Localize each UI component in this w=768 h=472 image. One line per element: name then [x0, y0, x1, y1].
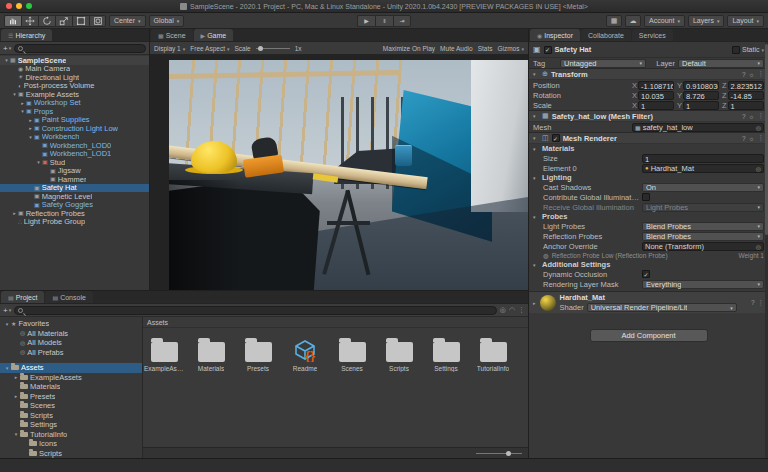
active-checkbox[interactable]: ✓: [544, 46, 552, 54]
rect-tool-button[interactable]: [72, 15, 89, 27]
dynamic-occlusion-checkbox[interactable]: ✓: [642, 270, 650, 278]
rotate-tool-button[interactable]: [38, 15, 55, 27]
layer-dropdown[interactable]: Default: [678, 59, 764, 68]
project-tree-item-icons[interactable]: Icons: [0, 439, 142, 449]
probes-foldout[interactable]: ▾ Probes: [529, 212, 768, 221]
hierarchy-item-workbench[interactable]: ▾▣Workbench: [0, 133, 149, 142]
layers-dropdown[interactable]: Layers: [688, 15, 725, 27]
project-tree-item-materials[interactable]: Materials: [0, 382, 142, 392]
tab-collaborate[interactable]: Collaborate: [581, 29, 631, 41]
scale-z-field[interactable]: 1: [728, 101, 764, 110]
light-probes-dropdown[interactable]: Blend Probes: [642, 222, 764, 231]
hierarchy-item-workshop-set[interactable]: ▸▣Workshop Set: [0, 99, 149, 108]
hierarchy-item-safety-goggles[interactable]: ▣Safety Goggles: [0, 201, 149, 210]
hierarchy-item-workbench-lod1[interactable]: ▣Workbench_LOD1: [0, 150, 149, 159]
hierarchy-item-props[interactable]: ▾▣Props: [0, 107, 149, 116]
hand-tool-button[interactable]: [4, 15, 21, 27]
lighting-foldout[interactable]: ▾ Lighting: [529, 173, 768, 182]
help-icon[interactable]: ?: [751, 299, 755, 306]
foldout-arrow[interactable]: ▾: [533, 71, 539, 77]
account-dropdown[interactable]: Account: [644, 15, 685, 27]
materials-size-field[interactable]: 1: [642, 154, 764, 163]
renderer-enabled-checkbox[interactable]: ✓: [552, 134, 560, 142]
asset-settings[interactable]: Settings: [429, 334, 463, 372]
asset-exampleassets[interactable]: ExampleAssets: [147, 334, 181, 372]
foldout-arrow[interactable]: ▾: [3, 365, 11, 371]
material-object-field[interactable]: ● Hardhat_Mat ◎: [642, 164, 764, 173]
icon-size-knob[interactable]: [506, 451, 511, 456]
cloud-collab-button[interactable]: ☁: [625, 15, 641, 27]
hierarchy-item-post-process-volume[interactable]: ◐Post-process Volume: [0, 82, 149, 91]
preset-icon[interactable]: ☼: [749, 113, 755, 120]
help-icon[interactable]: ?: [742, 113, 746, 120]
transform-tool-button[interactable]: [89, 15, 106, 27]
hierarchy-item-safety-hat[interactable]: ▣Safety Hat: [0, 184, 149, 193]
scale-x-field[interactable]: 1: [638, 101, 674, 110]
object-picker-icon[interactable]: ◎: [756, 124, 761, 131]
hierarchy-item-reflection-probes[interactable]: ▸▣Reflection Probes: [0, 209, 149, 218]
hierarchy-item-jigsaw[interactable]: ▣Jigsaw: [0, 167, 149, 176]
pause-button[interactable]: ‖: [375, 15, 393, 27]
menu-icon[interactable]: ⋮: [518, 306, 525, 314]
foldout-arrow[interactable]: ▾: [533, 113, 539, 119]
object-picker-icon[interactable]: ◎: [756, 243, 761, 250]
add-component-button[interactable]: Add Component: [590, 329, 708, 342]
tab-inspector[interactable]: ◉ Inspector: [530, 29, 580, 41]
rotation-x-field[interactable]: 10.035: [638, 91, 674, 100]
scale-slider[interactable]: [256, 48, 290, 49]
foldout-arrow[interactable]: ▾: [27, 134, 34, 140]
project-tree-item-settings[interactable]: Settings: [0, 420, 142, 430]
rendering-layer-dropdown[interactable]: Everything: [642, 280, 764, 289]
tab-game[interactable]: ▶ Game: [194, 29, 234, 41]
tab-hierarchy[interactable]: ☰ Hierarchy: [1, 29, 52, 41]
tab-console[interactable]: ▤ Console: [45, 291, 92, 303]
reflection-probes-dropdown[interactable]: Blend Probes: [642, 232, 764, 241]
asset-scripts[interactable]: Scripts: [382, 334, 416, 372]
hierarchy-item-construction-light-low[interactable]: ▸▣Construction Light Low: [0, 124, 149, 133]
project-tree-item-all-prefabs[interactable]: ◎All Prefabs: [0, 348, 142, 358]
hierarchy-item-stud[interactable]: ▾▣Stud: [0, 158, 149, 167]
asset-presets[interactable]: Presets: [241, 334, 275, 372]
asset-materials[interactable]: Materials: [194, 334, 228, 372]
foldout-arrow[interactable]: ▸: [27, 125, 34, 131]
grid-visibility-button[interactable]: ▦: [606, 15, 622, 27]
material-header[interactable]: ▸ Hardhat_Mat Shader Universal Render Pi…: [529, 291, 768, 313]
visibility-icon[interactable]: ◎: [500, 306, 506, 314]
project-tree-item-all-models[interactable]: ◎All Models: [0, 338, 142, 348]
hierarchy-item-hammer[interactable]: ▣Hammer: [0, 175, 149, 184]
contribute-gi-checkbox[interactable]: [642, 193, 650, 201]
foldout-arrow[interactable]: ▾: [11, 91, 18, 97]
cast-shadows-dropdown[interactable]: On: [642, 183, 764, 192]
tab-project[interactable]: ▤ Project: [1, 291, 44, 303]
materials-foldout[interactable]: ▾ Materials: [529, 144, 768, 153]
rotation-y-field[interactable]: 8.726: [683, 91, 719, 100]
menu-icon[interactable]: ⋮: [758, 70, 765, 78]
menu-icon[interactable]: ⋮: [758, 112, 765, 120]
shader-dropdown[interactable]: Universal Render Pipeline/Lit: [587, 303, 737, 312]
static-checkbox[interactable]: [732, 46, 740, 54]
anchor-object-field[interactable]: None (Transform) ◎: [642, 242, 764, 251]
project-tree-item-assets[interactable]: ▾Assets: [0, 363, 142, 373]
position-y-field[interactable]: 0.9108036: [683, 81, 719, 90]
project-tree-item-presets[interactable]: ▸Presets: [0, 392, 142, 402]
mesh-object-field[interactable]: ▦ safety_hat_low ◎: [632, 123, 764, 132]
hierarchy-search-input[interactable]: [14, 44, 146, 53]
foldout-arrow[interactable]: ▸: [533, 300, 536, 306]
hierarchy-item-light-probe-group[interactable]: ∴Light Probe Group: [0, 218, 149, 227]
help-icon[interactable]: ?: [742, 71, 746, 78]
icon-size-slider[interactable]: [476, 453, 522, 454]
mesh-filter-component-header[interactable]: ▾ ▦ Safety_hat_low (Mesh Filter) ? ☼ ⋮: [529, 110, 768, 122]
tag-dropdown[interactable]: Untagged: [560, 59, 646, 68]
layout-dropdown[interactable]: Layout: [727, 15, 764, 27]
tab-services[interactable]: Services: [632, 29, 673, 41]
foldout-arrow[interactable]: ▾: [35, 159, 42, 165]
help-icon[interactable]: ?: [742, 135, 746, 142]
project-tree-item-scenes[interactable]: Scenes: [0, 401, 142, 411]
move-tool-button[interactable]: [21, 15, 38, 27]
hierarchy-item-magnetic-level[interactable]: ▣Magnetic Level: [0, 192, 149, 201]
step-button[interactable]: ⇥: [393, 15, 411, 27]
hierarchy-item-paint-supplies[interactable]: ▸▣Paint Supplies: [0, 116, 149, 125]
preset-icon[interactable]: ☼: [749, 71, 755, 78]
foldout-arrow[interactable]: ▾: [3, 57, 10, 63]
hierarchy-item-samplescene[interactable]: ▾▦SampleScene: [0, 56, 149, 65]
